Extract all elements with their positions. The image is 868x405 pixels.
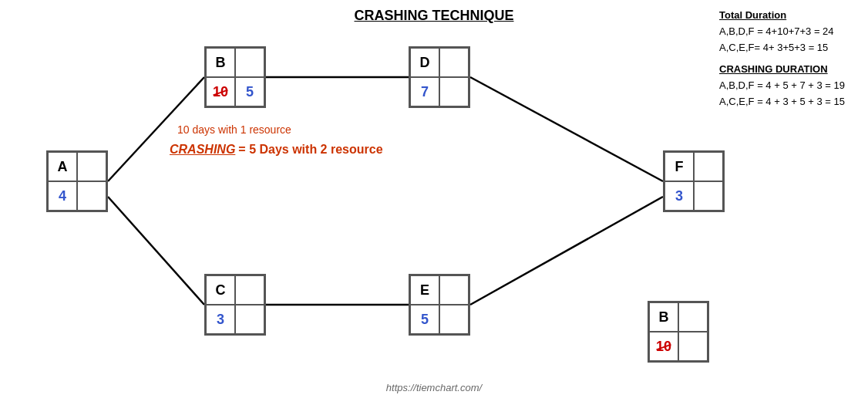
- node-b2-crossed-value: 10: [656, 339, 671, 355]
- node-e: E 5: [409, 274, 470, 336]
- node-a: A 4: [46, 150, 108, 212]
- node-f-label: F: [664, 152, 694, 181]
- page-title: CRASHING TECHNIQUE: [354, 8, 513, 24]
- crash-duration-line1: A,B,D,F = 4 + 5 + 7 + 3 = 19: [719, 78, 845, 94]
- svg-line-2: [470, 77, 663, 181]
- node-b: B 10 5: [204, 46, 266, 108]
- svg-line-3: [108, 197, 204, 305]
- node-f-value: 3: [664, 181, 694, 211]
- node-b-label: B: [206, 48, 235, 77]
- node-c-label: C: [206, 275, 235, 305]
- node-d: D 7: [409, 46, 470, 108]
- node-d-label: D: [410, 48, 439, 77]
- node-e-label: E: [410, 275, 439, 305]
- crash-duration-line2: A,C,E,F = 4 + 3 + 5 + 3 = 15: [719, 94, 845, 110]
- days-resource-annotation: 10 days with 1 resource: [177, 123, 291, 136]
- info-panel: Total Duration A,B,D,F = 4+10+7+3 = 24 A…: [719, 8, 845, 110]
- node-a-label: A: [48, 152, 77, 181]
- total-duration-title: Total Duration: [719, 8, 845, 24]
- node-b-value: 5: [235, 77, 264, 106]
- node-b2: B 10: [648, 301, 709, 363]
- total-duration-line1: A,B,D,F = 4+10+7+3 = 24: [719, 24, 845, 40]
- svg-line-5: [470, 197, 663, 305]
- node-a-value: 4: [48, 181, 77, 211]
- crashing-duration-title: CRASHING DURATION: [719, 62, 845, 78]
- node-d-value: 7: [410, 77, 439, 106]
- node-e-value: 5: [410, 305, 439, 334]
- crashing-eq: = 5 Days with 2 resource: [238, 143, 382, 157]
- total-duration-line2: A,C,E,F= 4+ 3+5+3 = 15: [719, 40, 845, 56]
- node-c-value: 3: [206, 305, 235, 334]
- node-f: F 3: [663, 150, 725, 212]
- crashing-annotation-container: CRASHING = 5 Days with 2 resource: [170, 143, 383, 157]
- footer-url: https://tiemchart.com/: [386, 382, 482, 393]
- node-b2-label: B: [649, 302, 678, 332]
- node-b-crossed-value: 10: [213, 84, 228, 100]
- crashing-label: CRASHING: [170, 143, 235, 157]
- node-c: C 3: [204, 274, 266, 336]
